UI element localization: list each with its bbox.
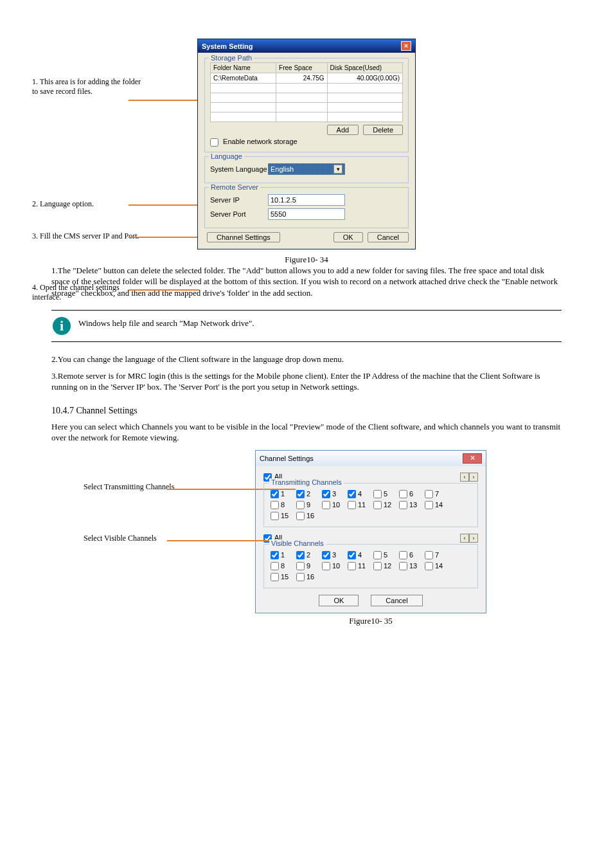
close-icon[interactable]: ✕ <box>463 453 482 464</box>
channel-4-checkbox[interactable] <box>348 551 356 559</box>
channel-7-checkbox[interactable] <box>425 490 433 498</box>
channel-cancel-button[interactable]: Cancel <box>371 595 422 606</box>
channel-checkbox-12[interactable]: 12 <box>373 501 399 509</box>
channel-13-checkbox[interactable] <box>399 562 407 570</box>
table-row[interactable] <box>211 113 403 122</box>
channel-checkbox-14[interactable]: 14 <box>425 562 450 570</box>
channel-checkbox-6[interactable]: 6 <box>399 490 425 498</box>
channel-14-checkbox[interactable] <box>425 501 433 509</box>
channel-checkbox-8[interactable]: 8 <box>271 562 296 570</box>
channel-checkbox-12[interactable]: 12 <box>373 562 399 570</box>
col-folder[interactable]: Folder Name <box>211 63 276 73</box>
table-row[interactable] <box>211 93 403 103</box>
channel-8-checkbox[interactable] <box>271 562 279 570</box>
channel-settings-button[interactable]: Channel Settings <box>207 232 280 242</box>
channel-6-checkbox[interactable] <box>399 490 407 498</box>
transmitting-pager[interactable]: ‹› <box>460 473 478 482</box>
channel-2-checkbox[interactable] <box>296 490 305 498</box>
channel-11-checkbox[interactable] <box>348 562 356 570</box>
table-row[interactable]: C:\RemoteData 24.75G 40.00G(0.00G) <box>211 73 403 84</box>
channel-checkbox-3[interactable]: 3 <box>322 551 348 559</box>
add-button[interactable]: Add <box>327 125 359 135</box>
ok-button[interactable]: OK <box>333 232 363 242</box>
channel-6-checkbox[interactable] <box>399 551 407 559</box>
channel-checkbox-3[interactable]: 3 <box>322 490 348 498</box>
channel-16-checkbox[interactable] <box>296 573 305 581</box>
delete-button[interactable]: Delete <box>363 125 403 135</box>
col-disk[interactable]: Disk Space(Used) <box>327 63 402 73</box>
channel-checkbox-8[interactable]: 8 <box>271 501 296 509</box>
channel-checkbox-1[interactable]: 1 <box>271 551 296 559</box>
close-icon[interactable]: × <box>401 41 411 51</box>
system-setting-titlebar[interactable]: System Setting × <box>198 39 415 53</box>
channel-13-checkbox[interactable] <box>399 501 407 509</box>
info-line-2: Windows help file and search "Map Networ… <box>78 317 254 330</box>
channel-3-checkbox[interactable] <box>322 490 330 498</box>
channel-checkbox-11[interactable]: 11 <box>348 562 373 570</box>
channel-7-checkbox[interactable] <box>425 551 433 559</box>
channel-checkbox-7[interactable]: 7 <box>425 490 450 498</box>
channel-10-checkbox[interactable] <box>322 501 330 509</box>
channel-12-checkbox[interactable] <box>373 501 382 509</box>
chevron-right-icon[interactable]: › <box>469 534 478 543</box>
channel-checkbox-5[interactable]: 5 <box>373 551 399 559</box>
channel-1-checkbox[interactable] <box>271 490 279 498</box>
channel-8-checkbox[interactable] <box>271 501 279 509</box>
channel-checkbox-14[interactable]: 14 <box>425 501 450 509</box>
channel-9-checkbox[interactable] <box>296 501 305 509</box>
channel-12-checkbox[interactable] <box>373 562 382 570</box>
remote-server-legend: Remote Server <box>209 183 260 191</box>
system-language-label: System Language <box>210 165 268 173</box>
system-language-select[interactable]: English ▾ <box>268 163 345 175</box>
channel-checkbox-11[interactable]: 11 <box>348 501 373 509</box>
chevron-right-icon[interactable]: › <box>469 473 478 482</box>
storage-table: Folder Name Free Space Disk Space(Used) … <box>210 62 403 122</box>
channel-checkbox-9[interactable]: 9 <box>296 562 322 570</box>
channel-checkbox-16[interactable]: 16 <box>296 512 322 520</box>
channel-checkbox-9[interactable]: 9 <box>296 501 322 509</box>
channel-15-checkbox[interactable] <box>271 512 279 520</box>
channel-checkbox-10[interactable]: 10 <box>322 501 348 509</box>
channel-1-checkbox[interactable] <box>271 551 279 559</box>
channel-checkbox-10[interactable]: 10 <box>322 562 348 570</box>
cancel-button[interactable]: Cancel <box>368 232 409 242</box>
channel-checkbox-15[interactable]: 15 <box>271 512 296 520</box>
chevron-down-icon[interactable]: ▾ <box>333 165 342 174</box>
channel-5-checkbox[interactable] <box>373 490 382 498</box>
channel-checkbox-6[interactable]: 6 <box>399 551 425 559</box>
channel-checkbox-16[interactable]: 16 <box>296 573 322 581</box>
channel-checkbox-2[interactable]: 2 <box>296 490 322 498</box>
channel-settings-titlebar[interactable]: Channel Settings ✕ <box>256 451 486 466</box>
channel-checkbox-4[interactable]: 4 <box>348 490 373 498</box>
channel-checkbox-13[interactable]: 13 <box>399 501 425 509</box>
col-free[interactable]: Free Space <box>276 63 328 73</box>
chevron-left-icon[interactable]: ‹ <box>460 473 469 482</box>
channel-3-checkbox[interactable] <box>322 551 330 559</box>
channel-checkbox-4[interactable]: 4 <box>348 551 373 559</box>
visible-pager[interactable]: ‹› <box>460 534 478 543</box>
channel-checkbox-13[interactable]: 13 <box>399 562 425 570</box>
enable-network-storage-checkbox[interactable] <box>210 138 218 147</box>
channel-checkbox-7[interactable]: 7 <box>425 551 450 559</box>
channel-5-checkbox[interactable] <box>373 551 382 559</box>
server-port-input[interactable] <box>268 208 345 220</box>
channel-10-checkbox[interactable] <box>322 562 330 570</box>
channel-16-checkbox[interactable] <box>296 512 305 520</box>
chevron-left-icon[interactable]: ‹ <box>460 534 469 543</box>
transmitting-channels-group: Transmitting Channels 123456789101112131… <box>263 483 478 527</box>
channel-checkbox-1[interactable]: 1 <box>271 490 296 498</box>
server-ip-input[interactable] <box>268 194 345 206</box>
leader-line-2 <box>129 204 199 206</box>
table-row[interactable] <box>211 84 403 93</box>
channel-15-checkbox[interactable] <box>271 573 279 581</box>
channel-ok-button[interactable]: OK <box>319 595 359 606</box>
channel-checkbox-15[interactable]: 15 <box>271 573 296 581</box>
channel-14-checkbox[interactable] <box>425 562 433 570</box>
channel-9-checkbox[interactable] <box>296 562 305 570</box>
channel-checkbox-2[interactable]: 2 <box>296 551 322 559</box>
channel-checkbox-5[interactable]: 5 <box>373 490 399 498</box>
channel-2-checkbox[interactable] <box>296 551 305 559</box>
channel-4-checkbox[interactable] <box>348 490 356 498</box>
channel-11-checkbox[interactable] <box>348 501 356 509</box>
table-row[interactable] <box>211 103 403 113</box>
